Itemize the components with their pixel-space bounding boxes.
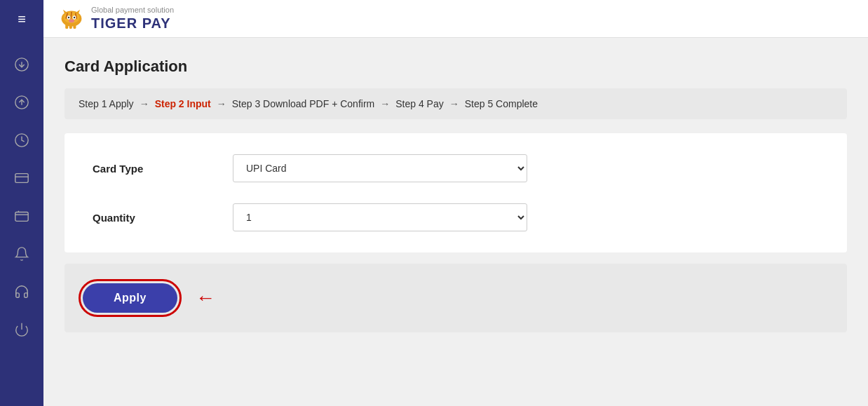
card-type-select[interactable]: UPI Card Visa Card Mastercard <box>233 154 527 182</box>
step-1: Step 1 Apply <box>79 98 134 109</box>
sidebar-item-card[interactable] <box>8 165 36 191</box>
step-3: Step 3 Download PDF + Confirm <box>232 98 374 109</box>
step-2: Step 2 Input <box>155 98 211 109</box>
sidebar-item-wallet[interactable] <box>8 203 36 229</box>
step-4: Step 4 Pay <box>395 98 444 109</box>
card-type-label: Card Type <box>93 163 233 175</box>
page-title: Card Application <box>65 57 847 76</box>
logo-title: TIGER PAY <box>91 15 174 32</box>
logo-area: Global payment solution TIGER PAY <box>57 6 174 31</box>
svg-rect-7 <box>15 212 28 222</box>
step-arrow-3: → <box>380 98 390 109</box>
svg-point-19 <box>74 16 75 18</box>
svg-line-12 <box>71 12 72 19</box>
step-5: Step 5 Complete <box>465 98 538 109</box>
main-content: Card Application Step 1 Apply → Step 2 I… <box>43 38 868 406</box>
svg-rect-21 <box>65 23 68 29</box>
header: Global payment solution TIGER PAY <box>43 0 868 38</box>
apply-button[interactable]: Apply <box>83 283 177 313</box>
stepper: Step 1 Apply → Step 2 Input → Step 3 Dow… <box>65 88 847 119</box>
svg-rect-22 <box>69 23 72 29</box>
card-type-row: Card Type UPI Card Visa Card Mastercard <box>93 154 819 182</box>
quantity-select[interactable]: 1 2 3 4 5 <box>233 203 527 231</box>
arrow-indicator-icon: ← <box>196 288 215 308</box>
logo-subtitle: Global payment solution <box>91 6 174 15</box>
sidebar-top: ≡ <box>0 0 43 38</box>
sidebar-item-bell[interactable] <box>8 241 36 266</box>
step-arrow-4: → <box>449 98 459 109</box>
form-card: Card Type UPI Card Visa Card Mastercard … <box>65 133 847 252</box>
sidebar-item-clock[interactable] <box>8 128 36 153</box>
svg-point-20 <box>69 19 74 22</box>
sidebar-navigation <box>0 52 43 342</box>
logo-text: Global payment solution TIGER PAY <box>91 6 174 31</box>
sidebar: ≡ <box>0 0 43 406</box>
sidebar-item-download[interactable] <box>8 52 36 77</box>
quantity-label: Quantity <box>93 212 233 224</box>
svg-rect-5 <box>15 174 28 183</box>
action-area: Apply ← <box>65 264 847 332</box>
apply-button-wrapper: Apply <box>79 279 182 317</box>
sidebar-item-refresh[interactable] <box>8 90 36 115</box>
quantity-row: Quantity 1 2 3 4 5 <box>93 203 819 231</box>
step-arrow-1: → <box>140 98 149 109</box>
svg-rect-23 <box>73 23 76 29</box>
sidebar-item-power[interactable] <box>8 317 36 342</box>
svg-point-18 <box>68 16 69 18</box>
tiger-logo-icon <box>57 6 86 32</box>
hamburger-menu-icon[interactable]: ≡ <box>18 11 26 27</box>
sidebar-item-headset[interactable] <box>8 279 36 304</box>
step-arrow-2: → <box>217 98 226 109</box>
